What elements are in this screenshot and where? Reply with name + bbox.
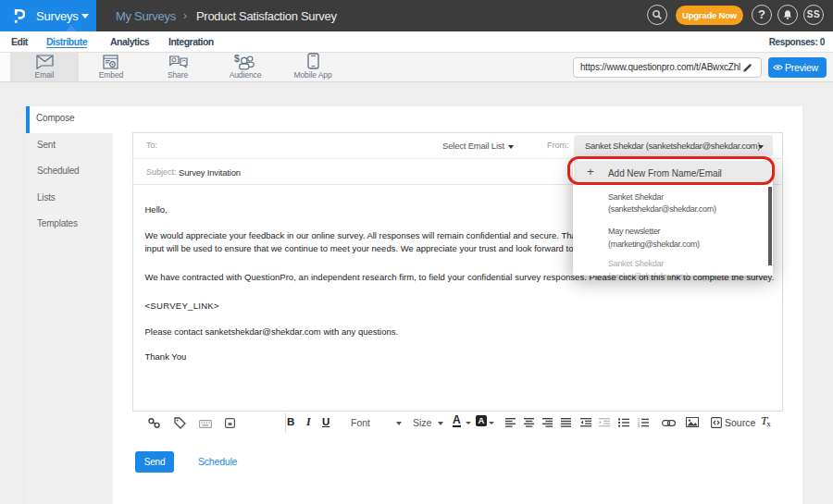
svg-text:$: $ bbox=[234, 53, 240, 64]
svg-text:3: 3 bbox=[638, 424, 640, 427]
